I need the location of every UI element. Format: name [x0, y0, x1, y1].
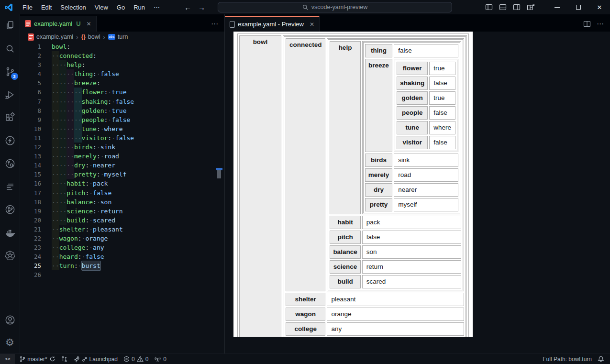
window-minimize-button[interactable] — [547, 0, 568, 14]
toggle-sidebar-icon[interactable] — [485, 3, 493, 11]
menu-view[interactable]: View — [90, 2, 112, 12]
code-line[interactable]: 11········visitor:·false — [20, 133, 224, 143]
thunder-client-icon[interactable] — [0, 129, 20, 152]
code-line[interactable]: 10········tune:·where — [20, 124, 224, 133]
menu-run[interactable]: Run — [129, 2, 149, 12]
code-line[interactable]: 19····science:·return — [20, 207, 224, 216]
yaml-colon: : — [85, 188, 89, 198]
nav-forward-icon[interactable]: → — [198, 3, 205, 11]
code-line[interactable]: 6········flower:·true — [20, 88, 224, 97]
full-path-item[interactable]: Full Path: bowl.turn — [540, 354, 595, 364]
breadcrumb-object[interactable]: bowl — [88, 33, 100, 40]
code-line[interactable]: 5······breeze: — [20, 78, 224, 88]
indent-guide: ·· — [67, 152, 74, 161]
code-line[interactable]: 2··connected: — [20, 51, 224, 60]
window-maximize-button[interactable] — [568, 0, 589, 14]
toggle-secondary-sidebar-icon[interactable] — [513, 3, 521, 11]
menu-more[interactable]: ⋯ — [149, 2, 164, 12]
preview-actions-more-icon[interactable]: ⋯ — [597, 20, 604, 28]
line-number: 25 — [20, 261, 52, 270]
code-line[interactable]: 1bowl: — [20, 42, 224, 51]
yaml-preview-table: connectedhelpthingfalsebreezeflowertrues… — [284, 36, 466, 337]
whitespace-dot: · — [100, 124, 104, 133]
code-line[interactable]: 26 — [20, 270, 224, 279]
docker-icon[interactable] — [0, 221, 20, 244]
command-center-search[interactable]: vscode-yaml-preview — [218, 2, 452, 12]
whitespace-dot: · — [97, 69, 100, 78]
table-row: pitchfalse — [330, 231, 461, 244]
line-number: 23 — [20, 243, 52, 252]
tab-close-icon[interactable]: ✕ — [87, 21, 91, 27]
git-branch-item[interactable]: master* — [17, 354, 58, 364]
ports-item[interactable]: 0 — [151, 354, 169, 364]
yaml-colon: : — [74, 261, 78, 270]
yaml-value: myself — [104, 170, 127, 179]
tab-example-yaml[interactable]: example.yaml U ✕ — [20, 16, 97, 32]
indent-guide: ·· — [59, 179, 67, 188]
account-icon[interactable] — [0, 309, 20, 331]
launchpad-item[interactable]: Launchpad — [70, 354, 121, 364]
yaml-value: false — [100, 69, 119, 78]
code-line[interactable]: 14······dry:·nearer — [20, 161, 224, 170]
problems-item[interactable]: 0 0 — [121, 354, 151, 364]
settings-gear-icon[interactable]: ⚙ — [0, 331, 20, 353]
code-line[interactable]: 8········golden:·true — [20, 106, 224, 115]
code-line[interactable]: 3····help: — [20, 60, 224, 69]
branch-name: master* — [27, 356, 47, 363]
commit-graph-item[interactable] — [58, 354, 70, 364]
notifications-item[interactable] — [595, 354, 607, 364]
value-cell: pleasant — [327, 293, 464, 306]
indent-guide: ·· — [59, 60, 67, 69]
gitlens-icon[interactable] — [0, 198, 20, 221]
code-line[interactable]: 21··shelter:·pleasant — [20, 225, 224, 234]
code-editor[interactable]: 1bowl:2··connected:3····help:4······thin… — [20, 42, 224, 353]
breadcrumb-file[interactable]: example.yaml — [36, 33, 73, 40]
tab-close-icon[interactable]: ✕ — [310, 21, 314, 28]
customize-layout-icon[interactable] — [527, 3, 534, 11]
table-row: connectedhelpthingfalsebreezeflowertrues… — [286, 38, 464, 291]
whitespace-dot: · — [89, 225, 93, 234]
code-line[interactable]: 18····balance:·son — [20, 198, 224, 207]
indent-guide: ·· — [67, 78, 74, 88]
yaml-colon: : — [85, 225, 89, 234]
source-control-icon[interactable]: 3 — [0, 60, 20, 83]
extensions-icon[interactable] — [0, 106, 20, 129]
code-line[interactable]: 25··turn:·burst — [20, 261, 224, 270]
editor-actions-more-icon[interactable]: ⋯ — [211, 20, 219, 28]
code-line[interactable]: 13······merely:·road — [20, 152, 224, 161]
code-line[interactable]: 17····pitch:·false — [20, 188, 224, 198]
code-line[interactable]: 20····build:·scared — [20, 216, 224, 225]
menu-edit[interactable]: Edit — [37, 2, 56, 12]
menu-selection[interactable]: Selection — [56, 2, 90, 12]
explorer-icon[interactable] — [0, 14, 20, 37]
window-close-button[interactable]: ✕ — [589, 0, 610, 14]
gitlens-focus-icon[interactable] — [0, 175, 20, 198]
code-line[interactable]: 22··wagon:·orange — [20, 234, 224, 243]
code-line[interactable]: 15······pretty:·myself — [20, 170, 224, 179]
indent-guide: ·· — [52, 115, 59, 124]
code-line[interactable]: 9········people:·false — [20, 115, 224, 124]
breadcrumb-leaf[interactable]: turn — [118, 33, 128, 40]
code-line[interactable]: 4······thing:·false — [20, 69, 224, 78]
toggle-panel-icon[interactable] — [499, 3, 507, 11]
indent-guide: ·· — [59, 124, 67, 133]
code-line[interactable]: 16····habit:·pack — [20, 179, 224, 188]
indent-guide: ·· — [52, 234, 59, 243]
code-line[interactable]: 24··heard:·false — [20, 252, 224, 261]
line-number: 1 — [20, 42, 52, 51]
search-view-icon[interactable] — [0, 37, 20, 60]
nav-back-icon[interactable]: ← — [184, 3, 191, 11]
menu-file[interactable]: File — [18, 2, 37, 12]
errors-icon — [123, 356, 130, 362]
kubernetes-icon[interactable] — [0, 244, 20, 267]
code-line[interactable]: 7········shaking:·false — [20, 97, 224, 106]
gitlens-search-icon[interactable] — [0, 152, 20, 175]
remote-indicator[interactable]: >< — [0, 354, 15, 364]
code-line[interactable]: 23··college:·any — [20, 243, 224, 252]
indent-guide: ·· — [52, 225, 59, 234]
split-editor-icon[interactable] — [583, 20, 591, 28]
tab-example-yaml-preview[interactable]: example.yaml - Preview ✕ — [225, 16, 320, 32]
code-line[interactable]: 12······birds:·sink — [20, 143, 224, 152]
menu-go[interactable]: Go — [112, 2, 129, 12]
run-and-debug-icon[interactable] — [0, 83, 20, 106]
